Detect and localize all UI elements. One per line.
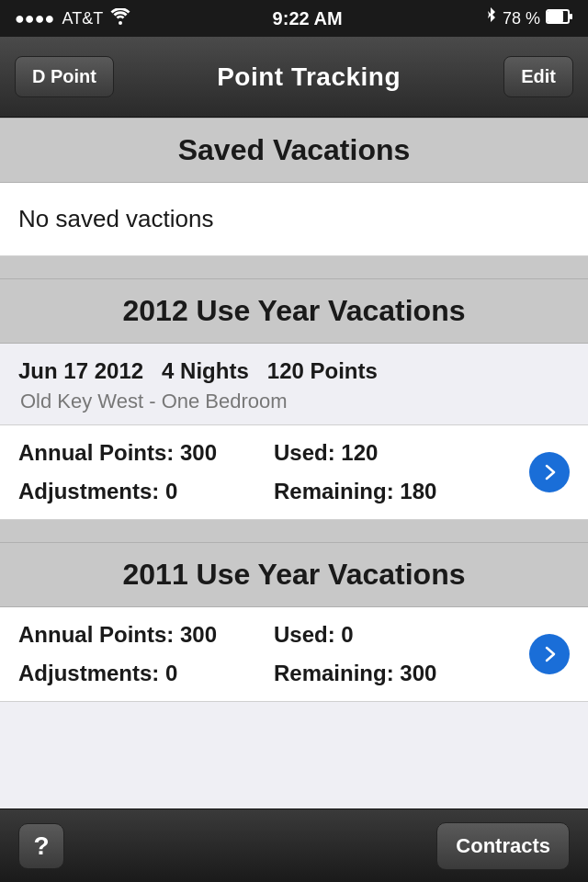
status-bar: ●●●● AT&T 9:22 AM 78 % xyxy=(0,0,588,37)
2012-detail-button[interactable] xyxy=(529,452,570,492)
vacation-points: 120 Points xyxy=(267,358,378,384)
spacer-2 xyxy=(0,520,588,542)
battery-label: 78 % xyxy=(503,9,540,28)
2011-vacations-header: 2011 Use Year Vacations xyxy=(0,542,588,607)
2012-annual-points-label: Annual Points: 300 xyxy=(18,440,274,466)
back-button[interactable]: D Point xyxy=(15,56,114,97)
vacation-date: Jun 17 2012 xyxy=(18,358,143,384)
2011-annual-points-label: Annual Points: 300 xyxy=(18,622,274,648)
vacation-entry-2012: Jun 17 2012 4 Nights 120 Points Old Key … xyxy=(0,344,588,425)
no-vacations-section: No saved vactions xyxy=(0,183,588,256)
vacation-header-row: Jun 17 2012 4 Nights 120 Points xyxy=(18,358,570,384)
contracts-button[interactable]: Contracts xyxy=(436,822,570,870)
wifi-icon xyxy=(110,8,130,29)
2011-detail-button[interactable] xyxy=(529,634,570,674)
help-button[interactable]: ? xyxy=(18,823,64,869)
status-left: ●●●● AT&T xyxy=(15,8,130,29)
saved-vacations-title: Saved Vacations xyxy=(18,133,570,167)
vacation-location: Old Key West - One Bedroom xyxy=(18,390,570,413)
2012-points-grid: Annual Points: 300 Used: 120 Adjustments… xyxy=(0,425,588,520)
2012-vacations-title: 2012 Use Year Vacations xyxy=(18,294,570,328)
2012-used-label: Used: 120 xyxy=(274,440,529,466)
2011-used-label: Used: 0 xyxy=(274,622,529,648)
page-title: Point Tracking xyxy=(217,62,401,92)
signal-icon: ●●●● xyxy=(15,9,55,28)
2011-adjustments-label: Adjustments: 0 xyxy=(18,661,274,686)
bluetooth-icon xyxy=(484,7,497,30)
edit-button[interactable]: Edit xyxy=(503,56,573,97)
spacer-1 xyxy=(0,256,588,278)
status-time: 9:22 AM xyxy=(273,8,343,29)
no-vacations-text: No saved vactions xyxy=(0,183,588,255)
nav-bar: D Point Point Tracking Edit xyxy=(0,37,588,118)
bottom-toolbar: ? Contracts xyxy=(0,808,588,882)
saved-vacations-header: Saved Vacations xyxy=(0,118,588,183)
carrier-label: AT&T xyxy=(62,9,104,28)
2012-vacations-header: 2012 Use Year Vacations xyxy=(0,278,588,344)
battery-icon xyxy=(546,8,573,29)
vacation-nights: 4 Nights xyxy=(162,358,249,384)
main-content: Saved Vacations No saved vactions 2012 U… xyxy=(0,118,588,808)
2011-remaining-label: Remaining: 300 xyxy=(274,661,529,686)
2012-adjustments-label: Adjustments: 0 xyxy=(18,479,274,504)
svg-rect-2 xyxy=(570,14,572,19)
2011-vacations-title: 2011 Use Year Vacations xyxy=(18,558,570,592)
status-right: 78 % xyxy=(484,7,573,30)
2011-points-grid: Annual Points: 300 Used: 0 Adjustments: … xyxy=(0,607,588,702)
2012-remaining-label: Remaining: 180 xyxy=(274,479,529,504)
svg-rect-1 xyxy=(548,11,563,22)
